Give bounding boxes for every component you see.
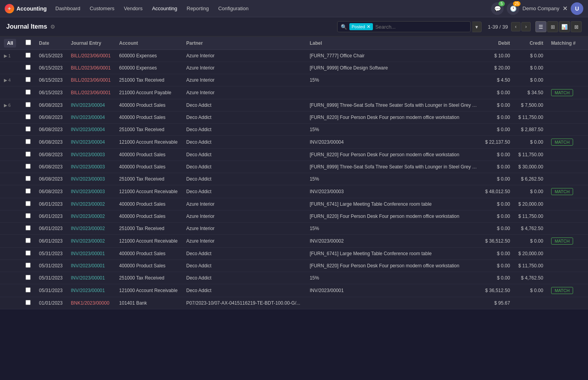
row-checkbox-cell[interactable] [22, 173, 35, 185]
row-checkbox-cell[interactable] [22, 297, 35, 309]
next-page-button[interactable]: › [521, 22, 531, 31]
th-select-all[interactable] [22, 37, 35, 50]
app-logo[interactable]: ✦ Accounting [5, 4, 47, 13]
cell-journal-entry[interactable]: INV/2023/00002 [67, 235, 115, 248]
nav-reporting[interactable]: Reporting [183, 3, 213, 14]
nav-customers[interactable]: Customers [86, 3, 119, 14]
row-checkbox[interactable] [26, 287, 31, 292]
row-checkbox[interactable] [26, 201, 31, 206]
row-checkbox[interactable] [26, 225, 31, 230]
cell-journal-entry[interactable]: BILL/2023/06/0001 [67, 62, 115, 74]
row-checkbox-cell[interactable] [22, 235, 35, 248]
cell-matching[interactable]: MATCH [547, 284, 580, 297]
row-checkbox-cell[interactable] [22, 198, 35, 210]
settings-icon[interactable]: ✕ [562, 5, 568, 12]
search-dropdown-button[interactable]: ▾ [472, 22, 482, 32]
row-checkbox[interactable] [26, 53, 31, 58]
match-button[interactable]: MATCH [551, 287, 573, 294]
row-checkbox[interactable] [26, 188, 31, 194]
row-checkbox[interactable] [26, 263, 31, 268]
all-tab[interactable]: All [4, 39, 16, 48]
row-checkbox-cell[interactable] [22, 62, 35, 74]
row-checkbox-cell[interactable] [22, 136, 35, 149]
cell-matching[interactable]: MATCH [547, 136, 580, 149]
match-button[interactable]: MATCH [551, 139, 573, 146]
group-expand-icon[interactable]: ▶ 4 [4, 78, 11, 82]
cell-journal-entry[interactable]: BILL/2023/06/0001 [67, 50, 115, 62]
th-partner[interactable]: Partner [183, 37, 306, 50]
row-checkbox[interactable] [26, 176, 31, 181]
cell-journal-entry[interactable]: INV/2023/00001 [67, 260, 115, 272]
row-checkbox[interactable] [26, 164, 31, 169]
row-checkbox-cell[interactable] [22, 86, 35, 99]
nav-configuration[interactable]: Configuration [214, 3, 252, 14]
row-checkbox[interactable] [26, 65, 31, 70]
row-checkbox-cell[interactable] [22, 50, 35, 62]
filter-tag-posted[interactable]: Posted ✕ [349, 23, 373, 30]
row-checkbox[interactable] [26, 77, 31, 82]
cell-journal-entry[interactable]: INV/2023/00003 [67, 149, 115, 161]
cell-matching[interactable]: MATCH [547, 86, 580, 99]
row-checkbox[interactable] [26, 126, 31, 132]
row-checkbox-cell[interactable] [22, 284, 35, 297]
cell-journal-entry[interactable]: INV/2023/00001 [67, 248, 115, 260]
cell-journal-entry[interactable]: INV/2023/00004 [67, 111, 115, 124]
cell-journal-entry[interactable]: INV/2023/00004 [67, 124, 115, 136]
gear-icon[interactable]: ⚙ [50, 24, 55, 30]
list-view-button[interactable]: ☰ [535, 21, 546, 32]
row-checkbox[interactable] [26, 213, 31, 218]
cell-journal-entry[interactable]: INV/2023/00003 [67, 185, 115, 198]
row-checkbox[interactable] [26, 238, 31, 243]
row-checkbox[interactable] [26, 139, 31, 144]
cell-journal-entry[interactable]: INV/2023/00003 [67, 173, 115, 185]
th-label[interactable]: Label [306, 37, 481, 50]
grid-view-button[interactable]: ⊞ [547, 21, 558, 32]
row-checkbox[interactable] [26, 102, 31, 107]
prev-page-button[interactable]: ‹ [511, 22, 520, 31]
nav-vendors[interactable]: Vendors [120, 3, 146, 14]
match-button[interactable]: MATCH [551, 89, 573, 96]
row-checkbox-cell[interactable] [22, 260, 35, 272]
th-debit[interactable]: Debit [481, 37, 514, 50]
cell-journal-entry[interactable]: INV/2023/00002 [67, 210, 115, 223]
cell-journal-entry[interactable]: INV/2023/00004 [67, 136, 115, 149]
row-checkbox[interactable] [26, 90, 31, 95]
messages-button[interactable]: 💬 5 [491, 2, 504, 15]
user-avatar[interactable]: U [571, 2, 583, 15]
cell-journal-entry[interactable]: BILL/2023/06/0001 [67, 74, 115, 86]
cell-matching[interactable]: MATCH [547, 235, 580, 248]
filter-tag-close[interactable]: ✕ [367, 24, 371, 29]
row-checkbox-cell[interactable] [22, 99, 35, 111]
row-checkbox-cell[interactable] [22, 111, 35, 124]
nav-dashboard[interactable]: Dashboard [51, 3, 84, 14]
row-checkbox[interactable] [26, 152, 31, 157]
row-checkbox-cell[interactable] [22, 149, 35, 161]
cell-journal-entry[interactable]: INV/2023/00003 [67, 161, 115, 173]
group-expand-icon[interactable]: ▶ 6 [4, 103, 11, 108]
row-checkbox[interactable] [26, 300, 31, 305]
cell-journal-entry[interactable]: INV/2023/00002 [67, 198, 115, 210]
cell-journal-entry[interactable]: INV/2023/00001 [67, 272, 115, 284]
row-checkbox[interactable] [26, 250, 31, 256]
pivot-view-button[interactable]: ⊠ [571, 21, 582, 32]
row-checkbox[interactable] [26, 114, 31, 119]
th-date[interactable]: Date [35, 37, 67, 50]
row-checkbox-cell[interactable] [22, 161, 35, 173]
match-button[interactable]: MATCH [551, 188, 573, 195]
cell-journal-entry[interactable]: INV/2023/00004 [67, 99, 115, 111]
row-checkbox-cell[interactable] [22, 248, 35, 260]
row-checkbox-cell[interactable] [22, 74, 35, 86]
group-expand-icon[interactable]: ▶ 1 [4, 53, 11, 58]
row-checkbox-cell[interactable] [22, 223, 35, 235]
chart-view-button[interactable]: 📊 [559, 21, 570, 32]
th-journal-entry[interactable]: Journal Entry [67, 37, 115, 50]
th-matching[interactable]: Matching # [547, 37, 580, 50]
nav-accounting[interactable]: Accounting [148, 3, 181, 14]
match-button[interactable]: MATCH [551, 238, 573, 245]
select-all-checkbox[interactable] [26, 40, 31, 45]
company-name[interactable]: Demo Company [522, 5, 559, 11]
row-checkbox-cell[interactable] [22, 210, 35, 223]
th-credit[interactable]: Credit [514, 37, 547, 50]
row-checkbox[interactable] [26, 275, 31, 280]
row-checkbox-cell[interactable] [22, 185, 35, 198]
